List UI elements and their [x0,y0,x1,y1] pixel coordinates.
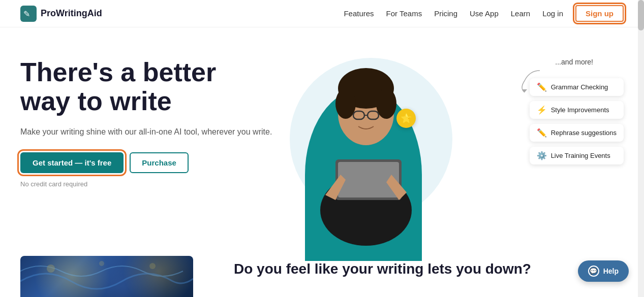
signup-button[interactable]: Sign up [575,5,624,22]
svg-text:✎: ✎ [23,10,30,18]
person-figure [295,48,437,246]
pill-style: ⚡ Style Improvements [530,101,624,119]
logo[interactable]: ✎ ProWritingAid [20,6,102,22]
hero-illustration: ...and more! ⭐ ✏️ Grammar Checking ⚡ Sty… [264,48,624,261]
nav-use-app[interactable]: Use App [470,9,499,18]
svg-point-14 [99,261,104,266]
scrollbar-thumb[interactable] [638,0,644,30]
pill-style-label: Style Improvements [551,106,609,114]
help-chat-icon: 💬 [588,266,599,277]
style-icon: ⚡ [537,105,547,115]
star-badge: ⭐ [396,109,416,128]
logo-icon: ✎ [20,6,37,22]
and-more-text: ...and more! [555,58,593,66]
pill-training-label: Live Training Events [551,152,610,159]
hero-title: There's a better way to write [20,58,274,116]
nav-features[interactable]: Features [344,9,374,18]
training-icon: ⚙️ [537,151,547,160]
logo-text: ProWritingAid [41,8,102,19]
pill-rephrase-label: Rephrase suggestions [551,129,617,137]
hero-subtitle: Make your writing shine with our all-in-… [20,126,274,138]
pill-grammar: ✏️ Grammar Checking [530,78,624,96]
nav-for-teams[interactable]: For Teams [386,9,422,18]
scrollbar-track[interactable] [638,0,644,297]
nav-pricing[interactable]: Pricing [434,9,457,18]
bottom-title: Do you feel like your writing lets you d… [234,261,624,277]
nav-links: Features For Teams Pricing Use App Learn… [344,5,624,22]
nav-learn[interactable]: Learn [511,9,530,18]
svg-point-13 [47,265,55,273]
pill-rephrase: ✏️ Rephrase suggestions [530,124,624,142]
svg-point-15 [149,263,156,269]
hero-buttons: Get started — it's free Purchase [20,152,274,173]
purchase-button[interactable]: Purchase [130,152,189,173]
bottom-section: Do you feel like your writing lets you d… [0,256,644,297]
grammar-icon: ✏️ [537,82,547,92]
get-started-button[interactable]: Get started — it's free [20,152,124,173]
hero-section: There's a better way to write Make your … [0,27,644,261]
rephrase-icon: ✏️ [537,128,547,138]
login-button[interactable]: Log in [542,9,563,18]
pill-training: ⚙️ Live Training Events [530,147,624,164]
help-button[interactable]: 💬 Help [578,260,629,282]
painting-image [20,256,193,297]
no-card-text: No credit card required [20,180,274,188]
hero-left: There's a better way to write Make your … [20,48,274,188]
help-label: Help [603,267,619,275]
painting-bg [20,256,193,297]
navigation: ✎ ProWritingAid Features For Teams Prici… [0,0,644,27]
pill-grammar-label: Grammar Checking [551,83,608,91]
feature-pills: ✏️ Grammar Checking ⚡ Style Improvements… [530,78,624,164]
